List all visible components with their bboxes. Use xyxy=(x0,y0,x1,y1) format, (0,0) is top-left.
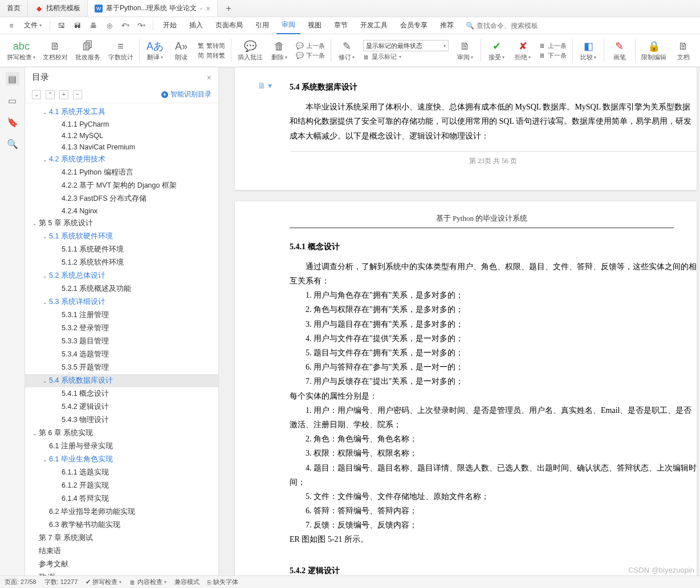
menu-插入[interactable]: 插入 xyxy=(184,17,208,34)
search-rail-icon[interactable]: 🔍 xyxy=(6,137,19,151)
restrict-edit-button[interactable]: 🔒限制编辑 xyxy=(638,35,670,66)
toc-item[interactable]: ⌄4.2.1 Python 编程语言 xyxy=(25,166,218,179)
toc-item[interactable]: ⌄4.2.2 基于 MVT 架构的 Django 框架 xyxy=(25,179,218,192)
tab-home[interactable]: 首页 xyxy=(0,0,28,17)
outline-rail-icon[interactable]: ▤ xyxy=(6,72,19,86)
toc-item[interactable]: ⌄6.1 注册与登录实现 xyxy=(25,440,218,453)
toc-item[interactable]: ⌄第 5 章 系统设计 xyxy=(25,217,218,230)
menu-开始[interactable]: 开始 xyxy=(158,17,182,34)
toc-item[interactable]: ⌄5.4.2 逻辑设计 xyxy=(25,400,218,413)
undo-icon[interactable]: ↶▾ xyxy=(119,19,132,33)
toc-item[interactable]: ⌄5.1.1 系统硬件环境 xyxy=(25,243,218,256)
toc-item[interactable]: ⌄4.1.1 PyCharm xyxy=(25,119,218,130)
show-markup-button[interactable]: 🗎 显示标记 ▾ xyxy=(363,52,449,61)
save-as-icon[interactable]: 🖬 xyxy=(71,19,84,33)
toc-item[interactable]: ⌄4.2 系统使用技术 xyxy=(25,153,218,166)
spellcheck-button[interactable]: abc拼写检查▾ xyxy=(3,35,39,66)
command-search[interactable]: 🔍 xyxy=(466,22,568,30)
menu-引用[interactable]: 引用 xyxy=(250,17,274,34)
toc-item[interactable]: ⌄5.4 系统数据库设计 xyxy=(25,374,218,387)
chevron-down-icon[interactable]: ⌄ xyxy=(41,457,49,463)
wordcount-button[interactable]: ≡字数统计 xyxy=(104,35,137,66)
print-icon[interactable]: 🖶 xyxy=(87,19,100,33)
menu-会员专享[interactable]: 会员专享 xyxy=(395,17,433,34)
revise-button[interactable]: ✎修订▾ xyxy=(333,35,360,66)
close-panel-icon[interactable]: × xyxy=(207,73,211,82)
toc-item[interactable]: ⌄参考文献 xyxy=(25,558,218,571)
reject-button[interactable]: ✘拒绝▾ xyxy=(510,35,536,66)
smart-toc-button[interactable]: ✦智能识别目录 xyxy=(161,90,211,99)
delete-comment-button[interactable]: 🗑删除▾ xyxy=(266,35,292,66)
toc-item[interactable]: ⌄6.1.2 开题实现 xyxy=(25,479,218,492)
bookmark-rail-icon[interactable]: ▭ xyxy=(6,94,19,107)
toc-item[interactable]: ⌄第 6 章 系统实现 xyxy=(25,427,218,440)
fan-to-jian-button[interactable]: 繁 繁转简 xyxy=(198,42,225,50)
toc-item[interactable]: ⌄第 7 章 系统测试 xyxy=(25,532,218,545)
toc-item[interactable]: ⌄4.1.2 MySQL xyxy=(25,130,218,141)
prev-comment-button[interactable]: 💬 上一条 xyxy=(296,42,325,50)
toc-item[interactable]: ⌄4.2.3 FastDFS 分布式存储 xyxy=(25,192,218,205)
menu-推荐[interactable]: 推荐 xyxy=(435,17,459,34)
menu-开发工具[interactable]: 开发工具 xyxy=(355,17,393,34)
chevron-down-icon[interactable]: ⌄ xyxy=(41,273,49,279)
chevron-down-icon[interactable]: ⌄ xyxy=(41,157,49,163)
toc-item[interactable]: ⌄5.3.1 注册管理 xyxy=(25,309,218,322)
toc-item[interactable]: ⌄5.3.2 登录管理 xyxy=(25,322,218,335)
status-contentcheck[interactable]: 🗎 内容检查 ▾ xyxy=(129,578,166,586)
markup-view-select[interactable]: 显示标记的最终状态▾ xyxy=(363,40,449,51)
menu-页面布局[interactable]: 页面布局 xyxy=(210,17,248,34)
toc-list[interactable]: ⌄4.1 系统开发工具⌄4.1.1 PyCharm⌄4.1.2 MySQL⌄4.… xyxy=(25,103,218,575)
toc-item[interactable]: ⌄6.2 毕业指导老师功能实现 xyxy=(25,505,218,518)
tab-templates[interactable]: ◆ 找稻壳模板 xyxy=(28,0,88,17)
insert-comment-button[interactable]: 💬插入批注 xyxy=(234,35,266,66)
close-icon[interactable]: × xyxy=(206,4,210,13)
redo-icon[interactable]: ↷▾ xyxy=(135,19,148,33)
read-button[interactable]: A»朗读 xyxy=(168,35,194,66)
accept-button[interactable]: ✔接受▾ xyxy=(483,35,510,66)
toc-item[interactable]: ⌄5.2 系统总体设计 xyxy=(25,269,218,282)
prev-change-button[interactable]: 🗎 上一条 xyxy=(539,42,567,50)
toc-item[interactable]: ⌄6.1.4 答辩实现 xyxy=(25,492,218,505)
tab-document[interactable]: W 基于Python...理系统 毕业论文 ▫ × xyxy=(88,0,218,17)
next-change-button[interactable]: 🗎 下一条 xyxy=(539,51,567,60)
page-marker-icon[interactable]: 🗎 ▾ xyxy=(258,79,272,93)
chevron-down-icon[interactable]: ⌄ xyxy=(41,234,49,240)
chevron-down-icon[interactable]: ⌄ xyxy=(41,378,49,384)
toc-item[interactable]: ⌄5.4.1 概念设计 xyxy=(25,387,218,400)
toc-item[interactable]: ⌄4.2.4 Nginx xyxy=(25,205,218,217)
review-button[interactable]: 🗎审阅▾ xyxy=(452,35,478,66)
ribbon-rail-icon[interactable]: 🔖 xyxy=(6,115,19,129)
translate-button[interactable]: Aあ翻译▾ xyxy=(142,35,168,66)
chevron-down-icon[interactable]: ⌄ xyxy=(41,110,49,115)
status-spellcheck[interactable]: ✔ 拼写检查 ▾ xyxy=(86,578,121,586)
toc-item[interactable]: ⌄致 谢 xyxy=(25,571,218,575)
jian-to-fan-button[interactable]: 简 简转繁 xyxy=(198,51,225,60)
print-preview-icon[interactable]: ◎ xyxy=(103,19,116,33)
toc-item[interactable]: ⌄5.2.1 系统概述及功能 xyxy=(25,282,218,295)
toc-item[interactable]: ⌄5.3.5 开题管理 xyxy=(25,361,218,374)
menu-章节[interactable]: 章节 xyxy=(329,17,353,34)
doc-final-button[interactable]: 🗎文档 xyxy=(670,35,697,66)
next-comment-button[interactable]: 💬 下一条 xyxy=(296,51,325,60)
toc-item[interactable]: ⌄5.1 系统软硬件环境 xyxy=(25,230,218,243)
hamburger-icon[interactable]: ≡ xyxy=(5,19,18,33)
pen-button[interactable]: ✎画笔 xyxy=(607,35,633,66)
search-input[interactable] xyxy=(477,22,568,30)
toc-item[interactable]: ⌄5.3.3 题目管理 xyxy=(25,335,218,348)
chevron-down-icon[interactable]: ⌄ xyxy=(31,431,39,436)
toc-item[interactable]: ⌄结束语 xyxy=(25,545,218,558)
toc-item[interactable]: ⌄6.1.1 选题实现 xyxy=(25,466,218,479)
toc-item[interactable]: ⌄5.1.2 系统软件环境 xyxy=(25,256,218,269)
remove-level-icon[interactable]: − xyxy=(73,90,82,99)
menu-视图[interactable]: 视图 xyxy=(303,17,327,34)
toc-item[interactable]: ⌄6.3 教学秘书功能实现 xyxy=(25,518,218,532)
chevron-down-icon[interactable]: ⌄ xyxy=(41,299,49,305)
menu-审阅[interactable]: 审阅 xyxy=(276,17,300,34)
status-page[interactable]: 页面: 27/58 xyxy=(5,578,36,586)
toc-item[interactable]: ⌄5.4.3 物理设计 xyxy=(25,413,218,427)
doccheck-button[interactable]: 🗎文档校对 xyxy=(39,35,72,66)
save-icon[interactable]: 🖫 xyxy=(55,19,68,33)
compare-button[interactable]: ◧比较▾ xyxy=(575,35,601,66)
new-tab-button[interactable]: + xyxy=(218,0,239,17)
batch-button[interactable]: 🗐批改服务 xyxy=(72,35,104,66)
